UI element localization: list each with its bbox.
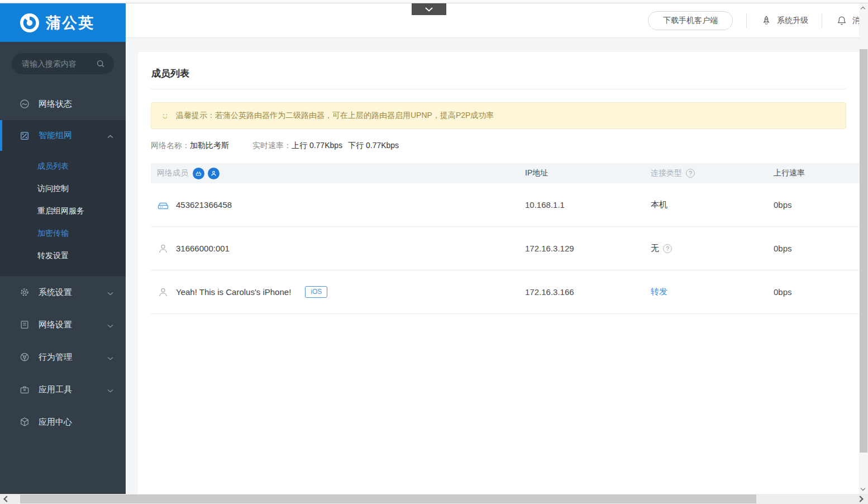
table-row: 31666000:001 172.16.3.129 无 ? 0bps <box>151 227 859 270</box>
sidebar-group-smart-network: 智能组网 成员列表 访问控制 重启组网服务 加密传输 转发设置 <box>0 120 126 276</box>
sidebar-item-label: 网络设置 <box>39 320 72 330</box>
help-icon[interactable]: ? <box>663 244 672 253</box>
horizontal-scrollbar-thumb[interactable] <box>20 495 756 503</box>
system-upgrade-button[interactable]: 系统升级 <box>760 15 808 27</box>
sidebar-item-label: 应用中心 <box>39 417 72 427</box>
member-name: Yeah! This is Carolus's iPhone! <box>176 287 291 297</box>
ios-badge: iOS <box>305 286 327 297</box>
system-upgrade-label: 系统升级 <box>777 16 808 26</box>
member-ip: 172.16.3.166 <box>525 287 651 297</box>
submenu-item-member-list[interactable]: 成员列表 <box>0 155 126 178</box>
network-status-icon <box>19 98 30 110</box>
network-name-label: 网络名称： <box>151 141 190 151</box>
router-device-icon <box>156 198 170 212</box>
submenu-item-forward-settings[interactable]: 转发设置 <box>0 245 126 267</box>
chevron-up-icon <box>107 131 113 140</box>
top-header-bar: 下载手机客户端 系统升级 消息 <box>126 3 859 38</box>
submenu-label: 访问控制 <box>37 184 69 194</box>
smart-network-submenu: 成员列表 访问控制 重启组网服务 加密传输 转发设置 <box>0 151 126 276</box>
upload-speed-value: 上行 0.77Kbps <box>292 141 342 151</box>
page-title: 成员列表 <box>138 52 859 89</box>
sidebar-item-label: 应用工具 <box>39 384 72 395</box>
realtime-speed-label: 实时速率： <box>252 141 292 151</box>
wheel-icon <box>19 351 30 363</box>
messages-label: 消息 <box>852 16 859 26</box>
upload-speed: 0bps <box>774 287 859 297</box>
network-info-line: 网络名称： 加勒比考斯 实时速率： 上行 0.77Kbps 下行 0.77Kbp… <box>151 141 846 151</box>
chevron-down-icon <box>107 385 113 394</box>
upload-speed: 0bps <box>774 200 859 210</box>
header-divider <box>746 13 747 28</box>
sidebar-item-network-settings[interactable]: 网络设置 <box>0 308 126 341</box>
sidebar-item-label: 网络状态 <box>39 99 72 110</box>
sidebar-nav: 网络状态 智能组网 成员列表 访问控制 重启组网服务 加密传输 转发设置 系统设… <box>0 88 126 438</box>
horizontal-scrollbar[interactable] <box>0 494 868 504</box>
scroll-right-arrow[interactable] <box>857 496 863 502</box>
sidebar-item-app-center[interactable]: 应用中心 <box>0 406 126 438</box>
sidebar-item-system-settings[interactable]: 系统设置 <box>0 276 126 308</box>
messages-button[interactable]: 消息 <box>836 15 859 27</box>
connection-type-link[interactable]: 转发 <box>651 287 667 297</box>
sidebar-item-behavior-management[interactable]: 行为管理 <box>0 341 126 373</box>
sidebar-search <box>12 53 114 74</box>
chevron-down-icon <box>425 7 433 12</box>
vertical-scrollbar-thumb[interactable] <box>860 49 867 453</box>
sidebar-item-app-tools[interactable]: 应用工具 <box>0 373 126 406</box>
table-header-row: 网络成员 IP地址 连接类型 ? 上行速率 <box>151 163 859 183</box>
bell-icon <box>836 15 848 27</box>
submenu-item-encrypted-transfer[interactable]: 加密传输 <box>0 222 126 245</box>
connection-type: 无 <box>651 243 659 254</box>
brand-logo: 蒲公英 <box>0 3 126 42</box>
briefcase-icon <box>19 384 30 395</box>
main-area: 下载手机客户端 系统升级 消息 成员列表 温馨提示：若蒲公英路由器作为二级路由器… <box>126 3 859 494</box>
member-ip: 10.168.1.1 <box>525 200 651 210</box>
col-header-ip: IP地址 <box>525 168 651 178</box>
submenu-item-restart-network-service[interactable]: 重启组网服务 <box>0 200 126 222</box>
search-icon[interactable] <box>95 58 106 72</box>
rocket-icon <box>760 15 772 27</box>
chevron-down-icon <box>107 320 113 330</box>
table-row: 453621366458 10.168.1.1 本机 0bps <box>151 183 859 227</box>
scroll-up-arrow[interactable] <box>861 7 865 11</box>
notice-text: 温馨提示：若蒲公英路由器作为二级路由器，可在上层的路由器启用UPNP，提高P2P… <box>176 111 494 121</box>
upload-speed: 0bps <box>774 244 859 253</box>
submenu-label: 加密传输 <box>37 229 69 239</box>
sidebar-item-label: 行为管理 <box>39 352 72 363</box>
dandelion-logo-icon <box>20 13 39 32</box>
smart-network-icon <box>19 130 30 141</box>
user-filter-icon[interactable] <box>208 168 220 179</box>
download-mobile-client-button[interactable]: 下载手机客户端 <box>648 11 733 30</box>
scroll-left-arrow[interactable] <box>3 496 9 502</box>
user-icon <box>156 242 170 255</box>
download-speed-value: 下行 0.77Kbps <box>348 141 399 151</box>
member-table: 网络成员 IP地址 连接类型 ? 上行速率 <box>151 163 859 314</box>
chevron-down-icon <box>107 288 113 297</box>
sidebar-item-network-status[interactable]: 网络状态 <box>0 88 126 120</box>
gear-icon <box>19 287 30 298</box>
connection-type: 本机 <box>651 199 667 210</box>
col-header-upload-speed: 上行速率 <box>774 168 859 178</box>
sidebar: 蒲公英 网络状态 智能组网 成员列表 访问控制 重启组网服务 加密传输 转发设置 <box>0 3 126 494</box>
smiley-icon <box>160 111 170 121</box>
sidebar-item-smart-network[interactable]: 智能组网 <box>0 120 126 151</box>
user-icon <box>156 286 170 299</box>
table-row: Yeah! This is Carolus's iPhone! iOS 172.… <box>151 270 859 314</box>
content-panel: 成员列表 温馨提示：若蒲公英路由器作为二级路由器，可在上层的路由器启用UPNP，… <box>138 52 859 494</box>
submenu-label: 转发设置 <box>37 251 69 261</box>
submenu-label: 成员列表 <box>37 161 69 172</box>
help-icon[interactable]: ? <box>686 169 695 178</box>
col-header-connection-type: 连接类型 <box>651 168 682 178</box>
member-ip: 172.16.3.129 <box>525 244 651 253</box>
notice-banner: 温馨提示：若蒲公英路由器作为二级路由器，可在上层的路由器启用UPNP，提高P2P… <box>151 102 846 129</box>
scroll-down-arrow[interactable] <box>861 486 865 491</box>
title-divider <box>151 89 846 89</box>
vertical-scrollbar[interactable] <box>859 3 868 494</box>
submenu-item-access-control[interactable]: 访问控制 <box>0 178 126 200</box>
col-header-members: 网络成员 <box>157 168 188 178</box>
brand-name: 蒲公英 <box>46 13 94 33</box>
sidebar-item-label: 系统设置 <box>39 287 72 298</box>
collapse-header-tab[interactable] <box>412 3 446 15</box>
member-name: 453621366458 <box>176 200 232 210</box>
header-icons <box>193 168 220 179</box>
router-filter-icon[interactable] <box>193 168 204 179</box>
